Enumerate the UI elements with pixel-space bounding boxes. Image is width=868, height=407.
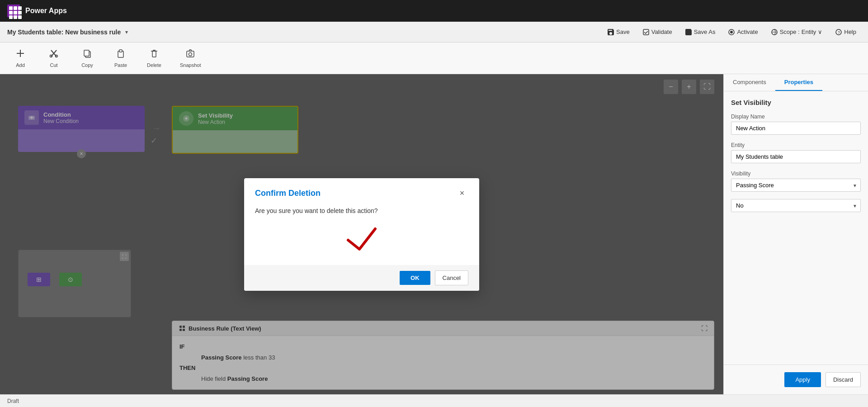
toolbar-delete[interactable]: Delete	[143, 47, 165, 70]
menubar: My Students table: New business rule ▾ S…	[0, 22, 868, 43]
modal-title: Confirm Deletion	[255, 189, 321, 198]
scope-value: Entity	[802, 28, 816, 35]
validate-label: Validate	[651, 28, 672, 35]
discard-button[interactable]: Discard	[826, 372, 861, 387]
toolbar-cut[interactable]: Cut	[42, 47, 65, 70]
visibility-label: Visibility	[731, 170, 861, 177]
app-title: Power Apps	[25, 7, 67, 15]
visibility-select[interactable]: Passing Score Hidden Visible	[731, 179, 861, 192]
activate-button[interactable]: Activate	[723, 27, 762, 38]
panel-content: Set Visibility Display Name Entity Visib…	[724, 91, 868, 364]
no-select-wrapper: No Yes ▼	[731, 199, 861, 212]
menubar-left: My Students table: New business rule ▾	[7, 28, 128, 36]
svg-rect-11	[84, 50, 89, 56]
toolbar: Add Cut Copy Paste Delete Snapshot	[0, 43, 868, 74]
activate-icon	[728, 28, 735, 36]
modal-footer: OK Cancel	[244, 265, 479, 291]
paste-icon	[116, 48, 126, 61]
display-name-label: Display Name	[731, 114, 861, 120]
visibility-select-wrapper: Passing Score Hidden Visible ▼	[731, 179, 861, 192]
confirm-deletion-modal: Confirm Deletion × Are you sure you want…	[244, 178, 479, 291]
save-as-label: Save As	[694, 28, 716, 35]
save-button[interactable]: Save	[603, 27, 634, 38]
modal-close-icon: ×	[460, 189, 465, 198]
entity-input[interactable]	[731, 150, 861, 163]
modal-overlay: Confirm Deletion × Are you sure you want…	[0, 74, 723, 394]
panel-tabs: Components Properties	[724, 74, 868, 91]
svg-rect-13	[119, 50, 122, 52]
tab-components[interactable]: Components	[724, 74, 775, 91]
svg-rect-0	[643, 29, 649, 35]
entity-label: Entity	[731, 142, 861, 148]
toolbar-snapshot[interactable]: Snapshot	[176, 47, 204, 70]
svg-point-16	[189, 53, 192, 56]
save-icon	[607, 28, 614, 36]
modal-ok-button[interactable]: OK	[400, 271, 430, 285]
svg-text:?: ?	[838, 30, 840, 35]
entity-field: Entity	[731, 142, 861, 163]
snapshot-icon	[185, 48, 195, 61]
snapshot-label: Snapshot	[180, 62, 201, 68]
toolbar-add[interactable]: Add	[9, 47, 32, 70]
svg-rect-14	[152, 51, 156, 57]
properties-panel: Components Properties Set Visibility Dis…	[723, 74, 868, 394]
copy-icon	[82, 48, 92, 61]
apply-button[interactable]: Apply	[784, 372, 821, 387]
rule-title: My Students table: New business rule	[7, 28, 121, 36]
panel-footer: Apply Discard	[724, 364, 868, 394]
tab-properties-label: Properties	[784, 79, 813, 85]
help-icon: ?	[835, 28, 842, 36]
help-button[interactable]: ? Help	[830, 27, 861, 38]
cut-icon	[49, 48, 59, 61]
save-as-icon	[685, 28, 692, 36]
display-name-input[interactable]	[731, 122, 861, 135]
toolbar-paste[interactable]: Paste	[109, 47, 132, 70]
add-icon	[15, 48, 25, 61]
scope-button[interactable]: Scope : Entity ∨	[766, 27, 827, 38]
modal-close-button[interactable]: ×	[456, 187, 468, 200]
cut-label: Cut	[50, 62, 57, 68]
modal-header: Confirm Deletion ×	[244, 178, 479, 205]
display-name-field: Display Name	[731, 114, 861, 135]
svg-point-2	[730, 31, 733, 33]
modal-checkmark-area	[255, 220, 468, 256]
modal-body: Are you sure you want to delete this act…	[244, 205, 479, 265]
topbar: Power Apps	[0, 0, 868, 22]
save-as-button[interactable]: Save As	[680, 27, 720, 38]
modal-cancel-button[interactable]: Cancel	[435, 270, 468, 285]
main-area: − + ⛶ Condition New Condition ✓	[0, 74, 868, 394]
no-select[interactable]: No Yes	[731, 199, 861, 212]
visibility-field: Visibility Passing Score Hidden Visible …	[731, 170, 861, 192]
validate-icon	[642, 28, 650, 36]
scope-dropdown-icon: ∨	[818, 28, 822, 35]
toolbar-copy[interactable]: Copy	[76, 47, 99, 70]
menubar-right: Save Validate Save As Activate Scope : E…	[603, 27, 861, 38]
delete-icon	[149, 48, 159, 61]
status-text: Draft	[7, 398, 19, 404]
no-field: No Yes ▼	[731, 199, 861, 212]
paste-label: Paste	[114, 62, 127, 68]
validate-button[interactable]: Validate	[638, 27, 677, 38]
save-label: Save	[616, 28, 630, 35]
statusbar: Draft	[0, 394, 868, 407]
delete-label: Delete	[147, 62, 161, 68]
scope-label: Scope :	[780, 28, 800, 35]
help-label: Help	[844, 28, 856, 35]
panel-section-title: Set Visibility	[731, 99, 861, 106]
modal-checkmark-svg	[344, 224, 380, 251]
rule-dropdown-icon[interactable]: ▾	[125, 29, 128, 35]
copy-label: Copy	[81, 62, 93, 68]
canvas[interactable]: − + ⛶ Condition New Condition ✓	[0, 74, 723, 394]
tab-properties[interactable]: Properties	[775, 74, 822, 91]
modal-message: Are you sure you want to delete this act…	[255, 207, 468, 214]
activate-label: Activate	[737, 28, 758, 35]
add-label: Add	[16, 62, 25, 68]
apps-icon[interactable]	[7, 5, 20, 17]
scope-icon	[771, 28, 778, 36]
svg-rect-7	[17, 53, 24, 54]
tab-components-label: Components	[733, 79, 766, 85]
